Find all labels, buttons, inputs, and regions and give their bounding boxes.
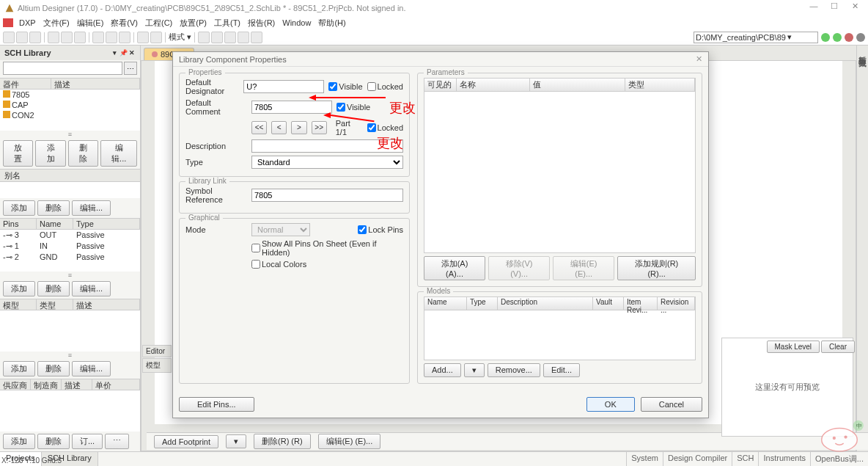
menu-project[interactable]: 工程(C) — [142, 17, 175, 29]
model-add-button[interactable]: Add... — [424, 363, 461, 377]
model-col-item[interactable]: Item Revi... — [624, 297, 658, 310]
sup-col-price[interactable]: 单价 — [92, 379, 140, 390]
tb-zoom-out-icon[interactable] — [74, 32, 86, 43]
model-col-desc[interactable]: 描述 — [73, 299, 140, 310]
model-tab[interactable]: 模型 — [142, 358, 172, 373]
model-col-rev[interactable]: Revision ... — [658, 297, 695, 310]
menu-file[interactable]: 文件(F) — [40, 17, 73, 29]
minimize-button[interactable]: — — [805, 1, 823, 15]
param-col-visible[interactable]: 可见的 — [424, 79, 457, 91]
status-instruments[interactable]: Instruments — [758, 452, 809, 466]
model-col-type[interactable]: Type — [467, 297, 498, 310]
pins-col-type[interactable]: Type — [73, 219, 140, 229]
pin-delete-button[interactable]: 删除 — [37, 281, 70, 296]
editor-tab[interactable]: Editor — [142, 345, 172, 357]
symbol-reference-input[interactable] — [251, 189, 403, 202]
add-footprint-button[interactable]: Add Footprint — [154, 435, 218, 448]
param-col-type[interactable]: 类型 — [625, 79, 695, 91]
tb-open-icon[interactable] — [16, 32, 28, 43]
tb-snap-icon[interactable] — [224, 32, 236, 43]
edit-fp-button[interactable]: 编辑(E) (E)... — [318, 434, 381, 449]
model-col-vault[interactable]: Vault — [593, 297, 624, 310]
add-button[interactable]: 添加 — [35, 140, 65, 167]
pin-icon[interactable]: ▾ — [111, 49, 118, 57]
component-row[interactable]: CON2 — [0, 110, 140, 120]
splitter[interactable] — [0, 131, 140, 138]
menu-edit[interactable]: 编辑(E) — [74, 17, 107, 29]
param-col-value[interactable]: 值 — [530, 79, 625, 91]
pin-add-button[interactable]: 添加 — [3, 281, 35, 296]
search-button[interactable]: ⋯ — [124, 62, 137, 75]
menu-report[interactable]: 报告(R) — [245, 17, 278, 29]
col-description[interactable]: 描述 — [51, 79, 140, 89]
tb-undo-icon[interactable] — [137, 32, 149, 43]
model-col-name[interactable]: Name — [424, 297, 467, 310]
param-add-button[interactable]: 添加(A) (A)... — [424, 256, 485, 280]
model-col-type[interactable]: 类型 — [37, 299, 73, 310]
pin-row[interactable]: -⊸ 2GNDPassive — [0, 252, 140, 263]
tb-new-icon[interactable] — [3, 32, 15, 43]
ok-button[interactable]: OK — [586, 397, 635, 412]
delete-fp-button[interactable]: 删除(R) (R) — [254, 434, 311, 449]
designator-input[interactable] — [243, 80, 324, 93]
help-icon[interactable] — [856, 33, 865, 42]
close-button[interactable]: ✕ — [846, 1, 864, 15]
delete-button[interactable]: 删除 — [68, 140, 98, 167]
alias-list[interactable] — [0, 182, 140, 198]
mask-level-button[interactable]: Mask Level — [767, 341, 820, 353]
nav-first-button[interactable]: << — [251, 121, 267, 134]
menu-place[interactable]: 放置(P) — [177, 17, 210, 29]
alias-edit-button[interactable]: 编辑... — [72, 200, 111, 216]
tb-visible-icon[interactable] — [238, 32, 249, 43]
tb-save-icon[interactable] — [29, 32, 41, 43]
model-delete-button[interactable]: 删除 — [37, 361, 70, 376]
model-col-model[interactable]: 模型 — [0, 299, 37, 310]
panel-close-icon[interactable]: ✕ — [128, 49, 136, 57]
menu-window[interactable]: Window — [279, 18, 314, 28]
home-icon[interactable] — [845, 33, 853, 42]
tb-paste-icon[interactable] — [119, 32, 130, 43]
tb-zoom-in-icon[interactable] — [61, 32, 73, 43]
clear-button[interactable]: Clear — [821, 341, 855, 353]
model-edit-button[interactable]: Edit... — [543, 363, 580, 377]
lock-pins-checkbox[interactable] — [358, 225, 367, 234]
status-sch[interactable]: SCH — [732, 452, 758, 466]
nav-next-button[interactable]: > — [291, 121, 306, 134]
maximize-button[interactable]: ☐ — [825, 1, 843, 15]
sup-col-mfr[interactable]: 制造商 — [31, 379, 62, 390]
local-colors-checkbox[interactable] — [251, 260, 260, 269]
menu-help[interactable]: 帮助(H) — [315, 17, 348, 29]
show-all-pins-checkbox[interactable] — [251, 244, 260, 252]
tb-mode-dropdown[interactable]: 模式 ▾ — [169, 32, 191, 43]
dialog-close-icon[interactable]: ✕ — [696, 54, 702, 64]
mode-select[interactable]: Normal — [251, 223, 310, 236]
right-sidebar-tabs[interactable]: 剪贴板 收藏夹 — [856, 45, 868, 451]
model-remove-button[interactable]: Remove... — [488, 363, 540, 377]
status-system[interactable]: System — [626, 452, 663, 466]
type-select[interactable]: Standard — [251, 156, 403, 169]
pins-col-name[interactable]: Name — [37, 219, 73, 229]
parameters-table[interactable]: 可见的 名称 值 类型 — [424, 78, 696, 253]
place-button[interactable]: 放置 — [3, 140, 33, 167]
component-row[interactable]: CAP — [0, 100, 140, 110]
menu-tools[interactable]: 工具(T) — [211, 17, 243, 29]
add-footprint-split-icon[interactable]: ▾ — [226, 434, 246, 448]
edit-button[interactable]: 编辑... — [100, 140, 137, 167]
status-design-compiler[interactable]: Design Compiler — [663, 452, 732, 466]
tb-redo-icon[interactable] — [150, 32, 162, 43]
menu-dxp[interactable]: DXP — [16, 18, 39, 28]
model-add-button[interactable]: 添加 — [3, 361, 35, 376]
tb-misc-icon[interactable] — [251, 32, 262, 43]
designator-visible-checkbox[interactable] — [328, 82, 337, 91]
pin-row[interactable]: -⊸ 3OUTPassive — [0, 230, 140, 241]
sup-delete-button[interactable]: 删除 — [37, 434, 70, 449]
splitter[interactable] — [0, 272, 140, 279]
cancel-button[interactable]: Cancel — [641, 397, 702, 412]
model-list[interactable] — [0, 310, 140, 352]
nav-fwd-icon[interactable] — [833, 33, 842, 42]
component-row[interactable]: 7805 — [0, 90, 140, 100]
alias-delete-button[interactable]: 删除 — [37, 200, 70, 216]
sup-col-desc[interactable]: 描述 — [62, 379, 92, 390]
tb-grid-icon[interactable] — [211, 32, 223, 43]
model-col-desc[interactable]: Description — [498, 297, 593, 310]
